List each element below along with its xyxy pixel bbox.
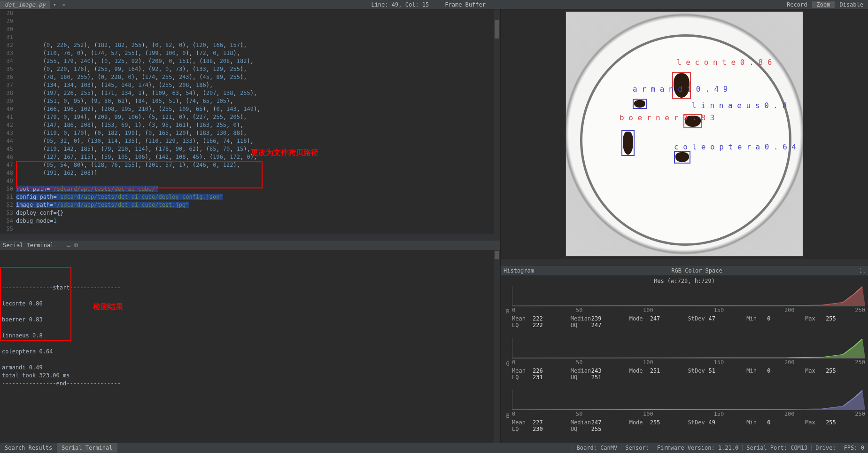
code-line[interactable]: (0, 226, 252), (182, 182, 255), (0, 82, … — [16, 41, 494, 49]
terminal-header: Serial Terminal ⫟ ▭ ⧉ — [0, 241, 500, 250]
svg-marker-0 — [512, 287, 865, 306]
code-line[interactable]: (0, 220, 176), (255, 99, 164), (92, 0, 7… — [16, 65, 494, 73]
code-line[interactable]: (95, 54, 80), (128, 76, 255), (201, 57, … — [16, 161, 494, 169]
framebuffer-view[interactable]: l e c o n t e 0 . 8 6a r m a n d i 0 . 4… — [501, 9, 868, 259]
top-bar: det_image.py ▾ ✕ Line: 49, Col: 15 Frame… — [0, 0, 868, 9]
detection-label: a r m a n d i 0 . 4 9 — [633, 85, 728, 94]
hist-channel-B: B 050100150200250 Mean227Median247Mode25… — [504, 390, 865, 442]
code-line[interactable]: "kw">class ScopedTiming: — [16, 233, 494, 234]
hist-plot[interactable] — [512, 390, 865, 410]
status-drive: Drive: — [811, 445, 839, 451]
line-number: 36 — [0, 73, 13, 81]
terminal-line: boerner 0.83 — [2, 316, 492, 324]
code-editor[interactable]: 2829303132333435363738394041424344454647… — [0, 9, 500, 234]
editor-tab[interactable]: det_image.py — [0, 0, 50, 9]
histogram-colorspace[interactable]: RGB Color Space — [534, 267, 860, 274]
code-line[interactable]: (255, 179, 240), (0, 125, 92), (209, 0, … — [16, 57, 494, 65]
hist-stat-val: 247 — [591, 322, 602, 328]
hist-plot[interactable] — [512, 286, 865, 306]
hist-stat-val: 255 — [826, 315, 836, 322]
terminal-scrollbar-vertical[interactable] — [494, 250, 500, 443]
tab-dropdown-icon[interactable]: ▾ — [50, 1, 59, 8]
editor-scrollbar-horizontal[interactable] — [0, 234, 500, 241]
hist-stat-key: StDev — [688, 315, 708, 322]
code-line[interactable] — [16, 225, 494, 233]
code-line[interactable]: (166, 196, 102), (208, 195, 210), (255, … — [16, 105, 494, 113]
hist-tick: 250 — [855, 359, 865, 366]
path-annotation: 更改为文件拷贝路径 — [251, 148, 318, 156]
code-line[interactable]: (78, 180, 255), (0, 228, 0), (174, 255, … — [16, 73, 494, 81]
hist-stat-key: LQ — [512, 322, 533, 328]
editor-scrollbar-vertical[interactable] — [494, 9, 500, 234]
hist-tick: 100 — [643, 307, 653, 313]
code-line[interactable]: (134, 134, 103), (145, 148, 174), (255, … — [16, 81, 494, 89]
hist-stat-val: 255 — [826, 419, 836, 426]
code-line[interactable]: (119, 0, 170), (0, 182, 199), (0, 165, 1… — [16, 129, 494, 137]
hist-tick: 250 — [855, 411, 865, 417]
record-button[interactable]: Record — [782, 1, 812, 8]
code-line[interactable]: config_path="sdcard/app/tests/det_ai_cub… — [16, 193, 494, 201]
line-number: 35 — [0, 65, 13, 73]
hist-stat-val: 222 — [533, 322, 543, 328]
hist-stat-key: Mode — [629, 315, 650, 322]
status-sensor: Sensor: — [621, 445, 653, 451]
hist-stats: Mean222Median239Mode247StDev47Min0Max255… — [512, 314, 865, 330]
serial-terminal[interactable]: 检测结果 ---------------start---------------… — [0, 250, 500, 443]
code-line[interactable]: deploy_conf={} — [16, 209, 494, 217]
tab-search-results[interactable]: Search Results — [0, 443, 57, 453]
hist-axis: 050100150200250 — [512, 307, 865, 314]
code-line[interactable]: (95, 32, 0), (130, 114, 135), (110, 129,… — [16, 137, 494, 145]
status-firmware: Firmware Version: 1.21.0 — [653, 445, 742, 451]
histogram-expand-icon[interactable]: ⛶ — [860, 267, 865, 274]
line-number: 50 — [0, 185, 13, 193]
hist-tick: 150 — [713, 307, 724, 313]
histogram-title: Histogram — [504, 267, 534, 274]
zoom-button[interactable]: Zoom — [812, 1, 835, 8]
hist-stat-val: 227 — [533, 419, 543, 426]
code-line[interactable]: (179, 0, 194), (209, 99, 106), (5, 121, … — [16, 113, 494, 121]
line-number: 54 — [0, 217, 13, 225]
code-line[interactable]: (197, 226, 255), (171, 134, 1), (109, 63… — [16, 89, 494, 97]
detection-bbox — [674, 151, 690, 164]
code-line[interactable] — [16, 177, 494, 185]
terminal-line — [2, 324, 492, 332]
hist-plot[interactable] — [512, 338, 865, 359]
code-line[interactable]: debug_mode=1 — [16, 217, 494, 225]
hist-stat-val: 51 — [708, 367, 715, 374]
line-number: 40 — [0, 105, 13, 113]
hist-channel-R: R 050100150200250 Mean222Median239Mode24… — [504, 286, 865, 338]
terminal-clear-icon[interactable]: ▭ — [67, 242, 70, 249]
detection-bbox — [633, 99, 647, 109]
svg-marker-1 — [512, 339, 865, 358]
hist-stat-val: 255 — [650, 419, 660, 426]
detection-label: c o l e o p t e r a 0 . 6 4 — [674, 142, 796, 151]
tab-serial-terminal[interactable]: Serial Terminal — [57, 443, 117, 453]
hist-tick: 100 — [643, 411, 653, 417]
hist-stat-key: Mode — [629, 419, 650, 426]
code-line[interactable]: root_path="/sdcard/app/tests/det_ai_cube… — [16, 185, 494, 193]
hist-stat-key: Median — [571, 419, 591, 426]
terminal-title: Serial Terminal — [3, 242, 54, 249]
hist-stat-key: Min — [746, 315, 767, 322]
line-number: 52 — [0, 201, 13, 209]
code-line[interactable]: (147, 186, 208), (153, 69, 1), (3, 95, 1… — [16, 121, 494, 129]
line-number: 41 — [0, 113, 13, 121]
code-line[interactable]: image_path="/sdcard/app/tests/det_ai_cub… — [16, 201, 494, 209]
code-line[interactable]: (151, 0, 95), (9, 80, 61), (84, 105, 51)… — [16, 97, 494, 105]
framebuffer-scrollbar-horizontal[interactable] — [501, 259, 868, 266]
hist-tick: 150 — [713, 411, 724, 417]
svg-marker-2 — [512, 391, 865, 410]
terminal-copy-icon[interactable]: ⧉ — [74, 242, 78, 249]
code-line[interactable]: (191, 162, 208)] — [16, 169, 494, 177]
terminal-line: ---------------start--------------- — [2, 284, 492, 292]
code-line[interactable]: (110, 76, 0), (174, 57, 255), (199, 100,… — [16, 49, 494, 57]
terminal-line — [2, 356, 492, 364]
line-number: 46 — [0, 153, 13, 161]
hist-stat-key: LQ — [512, 426, 533, 432]
tab-close-icon[interactable]: ✕ — [59, 1, 68, 8]
hist-stat-val: 0 — [767, 367, 770, 374]
disable-button[interactable]: Disable — [835, 1, 868, 8]
hist-stat-val: 247 — [650, 315, 660, 322]
terminal-split-icon[interactable]: ⫟ — [57, 242, 63, 249]
result-annotation: 检测结果 — [93, 303, 123, 311]
